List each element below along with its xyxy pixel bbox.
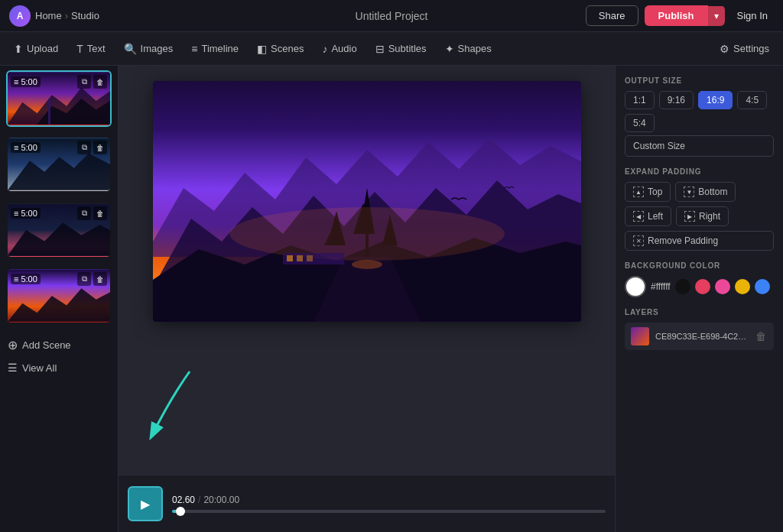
toolbar: ⬆ Upload T Text 🔍 Images ≡ Timeline ◧ Sc… [0,32,783,66]
scene-actions-3: ⧉ 🗑 [77,206,107,220]
share-button[interactable]: Share [586,5,638,26]
color-dot-pink[interactable] [715,279,730,294]
color-row: #ffffff [625,276,774,297]
images-button[interactable]: 🔍 Images [116,38,181,60]
scene-item-3[interactable]: ≡ 5:00 ⧉ 🗑 [6,202,112,258]
svg-rect-26 [307,255,313,261]
scene-item-1[interactable]: ≡ 5:00 ⧉ 🗑 [6,70,112,127]
time-display: 02.60 / 20:00.00 [172,495,606,505]
color-preview-white[interactable] [625,276,646,297]
expand-padding-title: EXPAND PADDING [625,167,774,176]
view-all-button[interactable]: ☰ View All [6,358,112,377]
scrubber-handle[interactable] [176,507,185,516]
color-dot-blue[interactable] [755,279,770,294]
audio-button[interactable]: ♪ Audio [314,38,364,60]
upload-button[interactable]: ⬆ Upload [6,38,66,60]
text-button[interactable]: T Text [69,38,112,60]
scene-duration-1: ≡ 5:00 [11,76,41,87]
scene-item-2[interactable]: ≡ 5:00 ⧉ 🗑 [6,136,112,193]
color-dot-red[interactable] [695,279,710,294]
scene-copy-btn-3[interactable]: ⧉ [77,206,91,220]
ratio-5-4[interactable]: 5:4 [625,114,655,132]
subtitles-button[interactable]: ⊟ Subtitles [368,38,434,60]
scenes-button[interactable]: ◧ Scenes [249,38,311,60]
padding-top-button[interactable]: ▲ Top [625,182,671,202]
output-size-section: OUTPUT SIZE 1:1 9:16 16:9 4:5 5:4 Custom… [625,76,774,157]
ratio-16-9[interactable]: 16:9 [698,91,733,109]
svg-rect-25 [297,255,303,261]
canvas-wrapper[interactable] [153,81,581,322]
ratio-9-16[interactable]: 9:16 [659,91,694,109]
home-link[interactable]: Home [35,10,62,21]
time-separator: / [198,495,200,505]
ratio-1-1[interactable]: 1:1 [625,91,655,109]
ratio-buttons: 1:1 9:16 16:9 4:5 5:4 [625,91,774,132]
padding-left-button[interactable]: ◀ Left [625,206,671,226]
svg-rect-24 [287,255,293,261]
scene-copy-btn-1[interactable]: ⧉ [77,75,91,89]
scene-delete-btn-4[interactable]: 🗑 [93,272,107,286]
output-size-title: OUTPUT SIZE [625,76,774,85]
canvas-scene [153,81,581,322]
padding-buttons: ▲ Top ▼ Bottom ◀ Left ▶ Right ✕ Remove [625,182,774,251]
scene-item-4[interactable]: ≡ 5:00 ⧉ 🗑 [6,268,112,324]
studio-label: Studio [71,10,99,21]
layer-item-1[interactable]: CE89C33E-E698-4C2D-... 🗑 [625,323,774,350]
project-title-input[interactable] [325,10,459,22]
scene-copy-btn-2[interactable]: ⧉ [77,141,91,154]
padding-bottom-button[interactable]: ▼ Bottom [675,182,736,202]
timeline-scrubber: 02.60 / 20:00.00 [172,495,606,513]
svg-rect-3 [48,99,50,125]
scene-delete-btn-2[interactable]: 🗑 [93,141,107,154]
remove-padding-icon: ✕ [633,235,644,246]
total-time: 20:00.00 [203,495,239,505]
layers-section: LAYERS CE89C33E-E698-4C2D-... 🗑 [625,308,774,350]
timeline-button[interactable]: ≡ Timeline [184,38,246,60]
shapes-button[interactable]: ✦ Shapes [437,38,499,60]
scene-overlay-3: ≡ 5:00 ⧉ 🗑 [11,206,107,220]
padding-top-icon: ▲ [633,187,644,197]
layer-delete-button[interactable]: 🗑 [754,329,768,344]
signin-button[interactable]: Sign In [731,6,774,25]
view-all-icon: ☰ [8,362,18,374]
scene-delete-btn-1[interactable]: 🗑 [93,75,107,89]
play-button[interactable]: ▶ [128,486,163,521]
scene-duration-4: ≡ 5:00 [11,274,41,284]
scene-actions-2: ⧉ 🗑 [77,141,107,154]
publish-group: Publish ▾ [645,5,725,26]
upload-icon: ⬆ [14,43,23,55]
padding-right-button[interactable]: ▶ Right [676,206,729,226]
add-scene-button[interactable]: ⊕ Add Scene [6,335,112,355]
shapes-icon: ✦ [445,43,454,55]
breadcrumb: Home › Studio [35,10,99,21]
avatar[interactable]: A [9,5,31,27]
layers-title: LAYERS [625,308,774,316]
padding-left-icon: ◀ [633,211,644,222]
scene-actions-1: ⧉ 🗑 [77,75,107,89]
background-color-section: BACKGROUND COLOR #ffffff [625,261,774,297]
custom-size-button[interactable]: Custom Size [625,135,774,157]
timeline-area: ▶ 02.60 / 20:00.00 [119,475,615,532]
scene-delete-btn-3[interactable]: 🗑 [93,206,107,220]
top-bar-center [266,10,517,22]
scene-overlay-1: ≡ 5:00 ⧉ 🗑 [11,75,107,89]
padding-bottom-icon: ▼ [684,187,694,197]
audio-icon: ♪ [322,43,327,55]
scrubber-track[interactable] [172,510,606,513]
scene-copy-btn-4[interactable]: ⧉ [77,272,91,286]
add-scene-icon: ⊕ [8,338,18,352]
scene-actions-4: ⧉ 🗑 [77,272,107,286]
publish-button[interactable]: Publish [645,5,708,26]
top-bar-right: Share Publish ▾ Sign In [523,5,774,26]
layer-name: CE89C33E-E698-4C2D-... [655,332,748,341]
remove-padding-button[interactable]: ✕ Remove Padding [625,231,774,251]
color-dot-yellow[interactable] [735,279,750,294]
svg-point-21 [229,207,505,261]
color-dot-black[interactable] [675,279,690,294]
settings-button[interactable]: ⚙ Settings [712,38,777,60]
ratio-4-5[interactable]: 4:5 [737,91,767,109]
color-hex-value: #ffffff [651,281,671,292]
publish-dropdown-button[interactable]: ▾ [708,6,725,26]
layer-thumbnail [631,327,649,345]
subtitles-icon: ⊟ [375,43,385,55]
